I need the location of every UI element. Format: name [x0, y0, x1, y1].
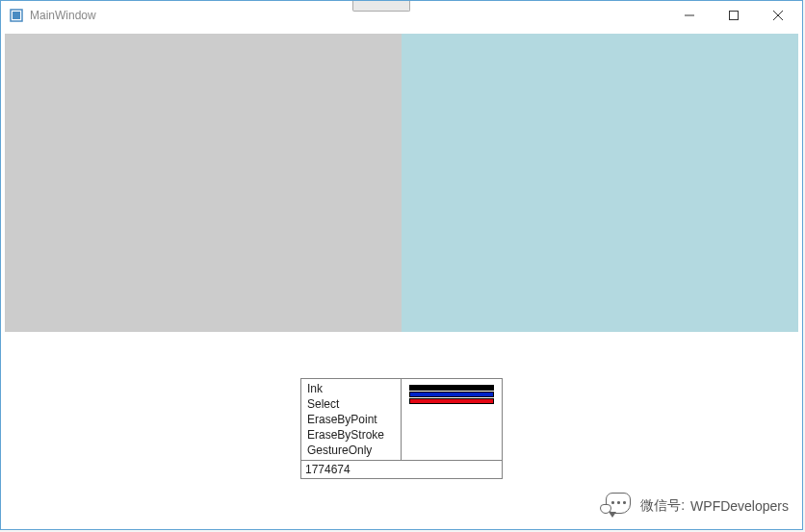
color-swatch-black[interactable] [409, 385, 494, 391]
color-swatches [402, 379, 502, 460]
tool-panel-top: Ink Select EraseByPoint EraseByStroke Ge… [301, 379, 502, 460]
watermark-prefix: 微信号: [640, 497, 685, 515]
canvas-row [5, 34, 798, 332]
color-swatch-blue[interactable] [409, 392, 494, 397]
ink-canvas-right[interactable] [402, 34, 798, 332]
svg-rect-3 [730, 12, 739, 20]
list-item[interactable]: GestureOnly [305, 443, 397, 458]
bottom-area: Ink Select EraseByPoint EraseByStroke Ge… [5, 332, 798, 525]
list-item[interactable]: EraseByStroke [305, 427, 397, 443]
list-item[interactable]: Select [305, 396, 397, 412]
main-window: MainWindow Ink Se [0, 0, 803, 530]
tool-panel: Ink Select EraseByPoint EraseByStroke Ge… [300, 378, 503, 479]
window-title: MainWindow [30, 9, 96, 22]
editing-mode-list[interactable]: Ink Select EraseByPoint EraseByStroke Ge… [301, 379, 402, 460]
close-button[interactable] [756, 1, 800, 30]
wechat-icon [600, 493, 635, 519]
list-item[interactable]: EraseByPoint [305, 412, 397, 427]
ink-canvas-left[interactable] [5, 34, 402, 332]
titlebar-center [96, 11, 667, 21]
maximize-button[interactable] [712, 1, 756, 30]
app-icon [9, 8, 24, 23]
client-area: Ink Select EraseByPoint EraseByStroke Ge… [5, 34, 798, 525]
svg-rect-1 [13, 12, 20, 19]
window-controls [667, 1, 800, 30]
watermark-handle: WPFDevelopers [690, 498, 789, 514]
minimize-button[interactable] [667, 1, 712, 30]
titlebar-notch [352, 1, 410, 12]
list-item[interactable]: Ink [305, 381, 397, 396]
color-swatch-red[interactable] [409, 398, 494, 404]
titlebar[interactable]: MainWindow [1, 1, 802, 30]
status-value: 1774674 [301, 460, 502, 478]
watermark: 微信号: WPFDevelopers [600, 493, 789, 519]
